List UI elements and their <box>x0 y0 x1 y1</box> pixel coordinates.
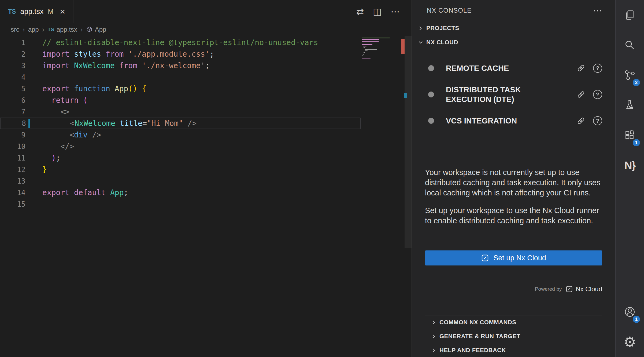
code-line[interactable]: 2import styles from './app.module.css'; <box>0 48 361 60</box>
setup-instruction-text: Set up your workspace to use the Nx Clou… <box>425 205 602 226</box>
section-nx-cloud[interactable]: NX CLOUD <box>412 35 615 49</box>
minimap-line <box>364 52 365 53</box>
code-text[interactable]: ); <box>42 154 60 162</box>
line-number[interactable]: 9 <box>0 131 25 139</box>
line-number[interactable]: 6 <box>0 96 25 104</box>
line-number[interactable]: 2 <box>0 50 25 58</box>
nx-console-icon[interactable]: N} <box>616 150 644 180</box>
code-text[interactable]: import NxWelcome from './nx-welcome'; <box>42 61 210 70</box>
code-text[interactable]: import styles from './app.module.css'; <box>42 50 214 59</box>
breadcrumb-src[interactable]: src <box>11 26 19 33</box>
section-projects-label: PROJECTS <box>426 25 459 32</box>
panel-more-actions-icon[interactable]: ⋯ <box>593 5 602 16</box>
testing-icon[interactable] <box>616 90 644 120</box>
code-text[interactable]: // eslint-disable-next-line @typescript-… <box>42 38 318 47</box>
chevron-right-icon <box>418 25 424 31</box>
section-nx-cloud-label: NX CLOUD <box>426 39 458 46</box>
split-editor-icon[interactable]: ◫ <box>373 6 382 17</box>
line-number[interactable]: 13 <box>0 177 25 185</box>
code-line[interactable]: 1// eslint-disable-next-line @typescript… <box>0 37 361 48</box>
open-changes-icon[interactable]: ⇄ <box>356 6 364 17</box>
extensions-icon[interactable]: 1 <box>616 120 644 150</box>
link-icon[interactable] <box>576 90 586 99</box>
code-line[interactable]: 6 return ( <box>0 94 361 106</box>
line-number[interactable]: 8 <box>1 119 26 128</box>
source-control-badge: 2 <box>633 79 640 86</box>
feature-vcs-integration: VCS INTEGRATION ? <box>425 115 602 127</box>
setup-nx-cloud-button[interactable]: Set up Nx Cloud <box>425 250 602 265</box>
code-line[interactable]: 10 </> <box>0 141 361 152</box>
code-text[interactable]: } <box>42 165 47 174</box>
feature-label: REMOTE CACHE <box>446 63 509 73</box>
feature-dte: DISTRIBUTED TASK EXECUTION (DTE) ? <box>425 85 602 104</box>
nx-cloud-icon <box>565 285 573 293</box>
code-line[interactable]: 4 <box>0 71 361 83</box>
line-number[interactable]: 3 <box>0 62 25 70</box>
code-text[interactable]: <NxWelcome title="Hi Mom" /> <box>43 119 197 128</box>
breadcrumb-symbol-app[interactable]: App <box>86 26 106 33</box>
code-line[interactable]: 15 <box>0 198 361 210</box>
panel-header: NX CONSOLE ⋯ <box>412 0 615 21</box>
line-number[interactable]: 11 <box>0 154 25 162</box>
code-line[interactable]: 7 <> <box>0 106 361 118</box>
editor-scrollbar[interactable] <box>405 36 412 248</box>
section-common-nx-commands[interactable]: COMMON NX COMMANDS <box>425 315 602 329</box>
section-label: COMMON NX COMMANDS <box>439 319 516 326</box>
section-generate-run-target[interactable]: GENERATE & RUN TARGET <box>425 329 602 343</box>
line-number[interactable]: 10 <box>0 143 25 151</box>
account-icon[interactable]: 1 <box>616 297 644 327</box>
code-line[interactable]: 14export default App; <box>0 187 361 198</box>
code-line[interactable]: 8 <NxWelcome title="Hi Mom" /> <box>0 118 361 129</box>
code-text[interactable]: </> <box>42 142 74 151</box>
line-number[interactable]: 7 <box>0 108 25 116</box>
code-line[interactable]: 9 <div /> <box>0 129 361 141</box>
code-editor[interactable]: 1// eslint-disable-next-line @typescript… <box>0 36 412 357</box>
powered-by-row: Powered by Nx Cloud <box>425 285 602 293</box>
settings-gear-icon[interactable]: ⚙ <box>616 327 644 357</box>
chevron-right-icon <box>431 347 437 353</box>
collapsed-sections: COMMON NX COMMANDS GENERATE & RUN TARGET… <box>425 315 602 357</box>
divider <box>425 151 602 151</box>
nx-console-panel: NX CONSOLE ⋯ PROJECTS NX CLOUD REMOTE CA… <box>412 0 615 357</box>
code-line[interactable]: 3import NxWelcome from './nx-welcome'; <box>0 60 361 71</box>
nx-cloud-brand[interactable]: Nx Cloud <box>565 285 602 293</box>
breadcrumb: src › app › TS app.tsx › App <box>0 23 412 36</box>
link-icon[interactable] <box>576 64 586 73</box>
code-line[interactable]: 5export function App() { <box>0 83 361 94</box>
tab-app-tsx[interactable]: TS app.tsx M × <box>0 0 73 23</box>
link-icon[interactable] <box>576 116 586 125</box>
status-dot-icon <box>428 92 434 97</box>
minimap[interactable] <box>362 38 404 62</box>
code-text[interactable]: <> <box>42 107 69 116</box>
section-projects[interactable]: PROJECTS <box>412 21 615 35</box>
code-text[interactable]: return ( <box>42 96 88 105</box>
help-icon[interactable]: ? <box>593 90 602 99</box>
chevron-right-icon <box>431 333 437 339</box>
panel-title: NX CONSOLE <box>427 7 472 14</box>
code-line[interactable]: 13 <box>0 175 361 187</box>
help-icon[interactable]: ? <box>593 116 602 125</box>
line-number[interactable]: 15 <box>0 200 25 208</box>
line-number[interactable]: 12 <box>0 166 25 174</box>
source-control-icon[interactable]: 2 <box>616 60 644 90</box>
explorer-icon[interactable] <box>616 0 644 30</box>
code-text[interactable]: export function App() { <box>42 84 146 93</box>
more-actions-icon[interactable]: ⋯ <box>391 6 400 17</box>
line-number[interactable]: 14 <box>0 189 25 197</box>
line-number[interactable]: 1 <box>0 39 25 47</box>
minimap-line <box>362 44 372 45</box>
line-number[interactable]: 4 <box>0 73 25 81</box>
code-text[interactable]: <div /> <box>42 130 101 139</box>
close-icon[interactable]: × <box>58 7 65 16</box>
breadcrumb-file[interactable]: TS app.tsx <box>47 26 77 33</box>
line-number[interactable]: 5 <box>0 85 25 93</box>
search-icon[interactable] <box>616 30 644 60</box>
minimap-line <box>363 46 367 46</box>
code-line[interactable]: 11 ); <box>0 152 361 164</box>
code-text[interactable]: export default App; <box>42 188 128 197</box>
minimap-decoration <box>401 39 405 54</box>
breadcrumb-app-folder[interactable]: app <box>28 26 39 33</box>
help-icon[interactable]: ? <box>593 64 602 73</box>
section-help-and-feedback[interactable]: HELP AND FEEDBACK <box>425 343 602 357</box>
code-line[interactable]: 12} <box>0 164 361 175</box>
